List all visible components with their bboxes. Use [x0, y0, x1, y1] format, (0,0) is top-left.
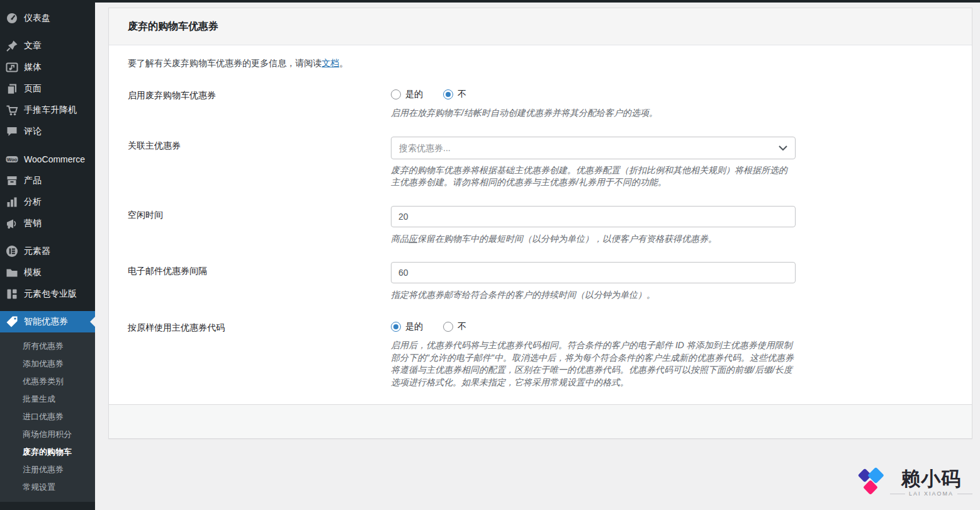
intro-text: 要了解有关废弃购物车优惠券的更多信息，请阅读文档。	[128, 58, 953, 69]
brand-subtitle: LAI XIAOMA	[909, 490, 954, 497]
sidebar-item-element-pack[interactable]: 元素包专业版	[0, 283, 95, 305]
sidebar-item-label: 元素包专业版	[24, 288, 77, 300]
templates-icon	[6, 266, 18, 279]
field-label: 按原样使用主优惠券代码	[128, 319, 391, 388]
field-description: 废弃的购物车优惠券将根据基础主优惠券创建。优惠券配置（折扣比例和其他相关规则）将…	[391, 164, 796, 189]
laixiaoma-watermark: 赖小码 LAI XIAOMA	[857, 467, 972, 499]
sidebar-item-dashboard[interactable]: 仪表盘	[0, 8, 95, 29]
sidebar-item-label: 元素器	[24, 246, 50, 257]
woocommerce-icon: Woo	[6, 153, 18, 166]
field-description: 启用后，优惠券代码将与主优惠券代码相同。符合条件的客户的电子邮件 ID 将添加到…	[391, 339, 796, 388]
sidebar-subitem-import-coupons[interactable]: 进口优惠券	[0, 408, 95, 426]
enable-no-option[interactable]: 不	[443, 89, 466, 100]
sidebar-subitem-general-settings[interactable]: 常规设置	[0, 479, 95, 496]
sidebar-subitem-abandoned-cart-current[interactable]: 废弃的购物车	[0, 443, 95, 461]
sidebar-item-label: 评论	[24, 126, 42, 137]
use-master-code-radio-group: 是的 不	[391, 319, 796, 332]
coupon-tag-icon	[6, 315, 18, 328]
coupon-search-select-wrap: 搜索优惠券...	[391, 137, 796, 159]
sidebar-subitem-store-credit[interactable]: 商场信用积分	[0, 426, 95, 443]
sidebar-item-templates[interactable]: 模板	[0, 262, 95, 283]
sidebar-subitem-coupon-categories[interactable]: 优惠券类别	[0, 373, 95, 390]
brand-name: 赖小码	[901, 469, 961, 490]
sidebar-item-media[interactable]: 媒体	[0, 57, 95, 78]
pin-icon	[6, 40, 18, 52]
form-row-idle-time: 空闲时间 商品应保留在购物车中的最短时间（以分钟为单位），以便客户有资格获得优惠…	[128, 206, 953, 246]
laixiaoma-cube-icon	[857, 467, 886, 499]
sidebar-item-label: 仪表盘	[24, 13, 50, 24]
field-label: 关联主优惠券	[128, 137, 391, 189]
enable-yes-radio[interactable]	[391, 89, 401, 99]
field-description: 商品应保留在购物车中的最短时间（以分钟为单位），以便客户有资格获得优惠券。	[391, 233, 796, 246]
sidebar-item-label: 产品	[24, 175, 42, 186]
sidebar-item-label: 手推车升降机	[24, 105, 77, 116]
coupon-search-select[interactable]: 搜索优惠券...	[391, 137, 796, 159]
comment-icon	[6, 125, 18, 138]
admin-menu: 仪表盘 文章 媒体 页面 手推车升降机	[0, 0, 95, 502]
analytics-icon	[6, 196, 18, 208]
sidebar-subitem-signup-coupons[interactable]: 注册优惠券	[0, 461, 95, 479]
elementor-icon	[6, 245, 18, 258]
sidebar-item-smart-coupons[interactable]: 智能优惠券	[0, 311, 95, 332]
field-label: 空闲时间	[128, 206, 391, 246]
use-master-code-yes-radio[interactable]	[391, 322, 401, 332]
media-icon	[6, 61, 18, 74]
svg-text:Woo: Woo	[7, 157, 18, 162]
sidebar-item-label: 文章	[24, 40, 42, 52]
form-row-link-master-coupon: 关联主优惠券 搜索优惠券... 废弃的购物车优惠券将根据基础主优惠券创建。优惠券…	[128, 137, 953, 189]
cart-icon	[6, 104, 18, 116]
sidebar-item-cart-lift[interactable]: 手推车升降机	[0, 99, 95, 121]
enable-no-radio[interactable]	[443, 89, 453, 99]
divider	[957, 494, 972, 494]
sidebar-item-label: 模板	[24, 267, 42, 278]
sidebar-item-label: 页面	[24, 83, 42, 94]
field-description: 启用在放弃购物车/结帐时自动创建优惠券并将其分配给客户的选项。	[391, 107, 796, 120]
smart-coupons-submenu: 所有优惠券 添加优惠券 优惠券类别 批量生成 进口优惠券 商场信用积分 废弃的购…	[0, 332, 95, 502]
use-master-code-yes-option[interactable]: 是的	[391, 321, 423, 332]
sidebar-item-marketing[interactable]: 营销	[0, 213, 95, 234]
sidebar-item-elementor[interactable]: 元素器	[0, 241, 95, 262]
megaphone-icon	[6, 217, 18, 230]
sidebar-item-products[interactable]: 产品	[0, 170, 95, 191]
sidebar-item-analytics[interactable]: 分析	[0, 191, 95, 213]
field-description: 指定将优惠券邮寄给符合条件的客户的持续时间（以分钟为单位）。	[391, 289, 796, 302]
sidebar-item-label: 智能优惠券	[24, 316, 68, 327]
enable-radio-group: 是的 不	[391, 86, 796, 100]
sidebar-item-comments[interactable]: 评论	[0, 121, 95, 142]
field-label: 启用废弃购物车优惠券	[128, 86, 391, 120]
sidebar-item-posts[interactable]: 文章	[0, 35, 95, 57]
products-icon	[6, 174, 18, 187]
email-interval-input[interactable]	[391, 262, 796, 283]
form-row-enable: 启用废弃购物车优惠券 是的 不 启用在放弃购物车/结帐时自动创建优惠券并将其分配…	[128, 86, 953, 120]
sidebar-item-woocommerce[interactable]: Woo WooCommerce	[0, 149, 95, 170]
enable-yes-option[interactable]: 是的	[391, 89, 423, 100]
sidebar-subitem-add-coupon[interactable]: 添加优惠券	[0, 355, 95, 373]
sidebar-item-label: 分析	[24, 196, 42, 208]
settings-card: 废弃的购物车优惠券 要了解有关废弃购物车优惠券的更多信息，请阅读文档。 启用废弃…	[108, 8, 972, 439]
use-master-code-no-radio[interactable]	[443, 322, 453, 332]
pages-icon	[6, 82, 18, 95]
element-pack-icon	[6, 288, 18, 300]
docs-link[interactable]: 文档	[322, 58, 339, 68]
dashboard-icon	[6, 12, 18, 25]
idle-time-input[interactable]	[391, 206, 796, 227]
sidebar-item-pages[interactable]: 页面	[0, 78, 95, 99]
sidebar-item-label: WooCommerce	[24, 154, 85, 164]
use-master-code-no-option[interactable]: 不	[443, 321, 466, 332]
settings-card-footer	[109, 404, 972, 438]
sidebar-item-label: 营销	[24, 218, 42, 229]
form-row-email-interval: 电子邮件优惠券间隔 指定将优惠券邮寄给符合条件的客户的持续时间（以分钟为单位）。	[128, 262, 953, 302]
field-label: 电子邮件优惠券间隔	[128, 262, 391, 302]
settings-card-body: 要了解有关废弃购物车优惠券的更多信息，请阅读文档。 启用废弃购物车优惠券 是的 …	[109, 45, 972, 404]
sidebar-subitem-all-coupons[interactable]: 所有优惠券	[0, 337, 95, 355]
settings-card-header: 废弃的购物车优惠券	[109, 8, 972, 45]
form-row-use-master-code: 按原样使用主优惠券代码 是的 不 启用后，优惠券代码将与主优惠券代码相同。符合条…	[128, 319, 953, 388]
divider	[890, 494, 905, 494]
page-title: 废弃的购物车优惠券	[128, 20, 218, 33]
sidebar-subitem-bulk-generate[interactable]: 批量生成	[0, 390, 95, 408]
sidebar-item-label: 媒体	[24, 62, 42, 73]
main-content: 废弃的购物车优惠券 要了解有关废弃购物车优惠券的更多信息，请阅读文档。 启用废弃…	[95, 3, 980, 510]
admin-sidebar: 仪表盘 文章 媒体 页面 手推车升降机	[0, 0, 95, 510]
